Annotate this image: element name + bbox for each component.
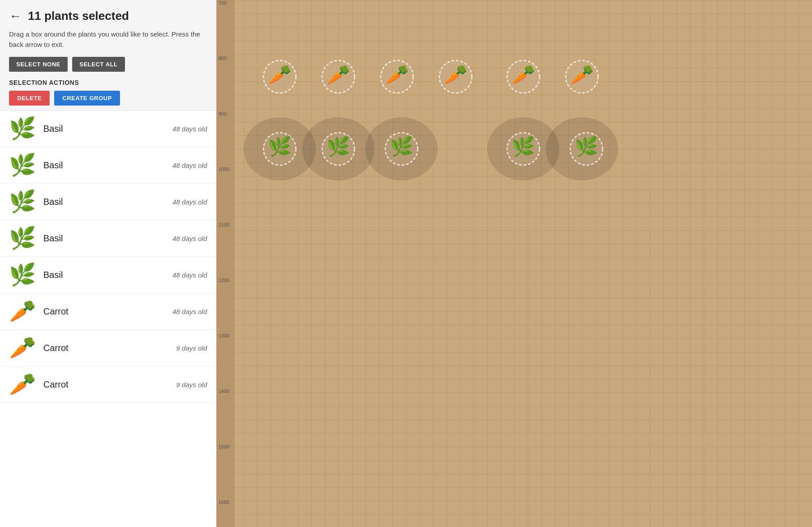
select-buttons-group: SELECT NONE SELECT ALL [9, 57, 207, 72]
plant-name: Carrot [43, 343, 169, 353]
select-all-button[interactable]: SELECT ALL [72, 57, 125, 72]
plant-name: Basil [43, 197, 165, 207]
ruler-left: 7008009001000110012001300140015001600 [217, 0, 235, 527]
svg-text:🌿: 🌿 [327, 135, 351, 158]
svg-text:🥕: 🥕 [444, 64, 468, 86]
plant-name: Basil [43, 270, 165, 280]
carrot-icon-3: 🥕 [385, 64, 409, 86]
plant-list-item[interactable]: 🌿Basil48 days old [0, 111, 216, 147]
svg-text:🥕: 🥕 [570, 64, 594, 86]
plant-age: 48 days old [172, 271, 207, 279]
plant-name: Basil [43, 124, 165, 134]
carrot-icon-4: 🥕 [444, 64, 468, 86]
carrot-icon-5: 🥕 [512, 64, 535, 86]
plant-name: Basil [43, 160, 165, 171]
plant-list-item[interactable]: 🌿Basil48 days old [0, 184, 216, 220]
plant-age: 48 days old [172, 198, 207, 206]
delete-button[interactable]: DELETE [9, 91, 50, 106]
page-title: 11 plants selected [28, 9, 129, 23]
left-panel: ← 11 plants selected Drag a box around t… [0, 0, 217, 527]
basil-icon: 🌿 [9, 188, 36, 215]
basil-icon-2: 🌿 [327, 135, 351, 158]
plant-list-item[interactable]: 🌿Basil48 days old [0, 257, 216, 293]
plant-age: 48 days old [172, 162, 207, 169]
basil-icon: 🌿 [9, 261, 36, 288]
svg-text:🌿: 🌿 [575, 135, 599, 158]
basil-icon: 🌿 [9, 225, 36, 252]
svg-text:🥕: 🥕 [268, 64, 292, 86]
ruler-mark: 1100 [218, 222, 229, 227]
ruler-mark: 1600 [218, 499, 229, 505]
svg-text:🌿: 🌿 [268, 135, 292, 158]
svg-text:🥕: 🥕 [327, 64, 351, 86]
ruler-mark: 800 [218, 55, 226, 61]
header-area: ← 11 plants selected Drag a box around t… [0, 0, 216, 110]
garden-svg: 🥕 🥕 🥕 🥕 🥕 🥕 🌿 [235, 0, 812, 527]
basil-icon-3: 🌿 [390, 135, 414, 158]
plant-name: Basil [43, 233, 165, 244]
basil-icon-1: 🌿 [268, 135, 292, 158]
plant-name: Carrot [43, 306, 165, 317]
garden-area: 7008009001000110012001300140015001600 🥕 … [217, 0, 812, 527]
carrot-icon-2: 🥕 [327, 64, 351, 86]
plant-list-item[interactable]: 🥕Carrot9 days old [0, 366, 216, 403]
carrot-icon: 🥕 [9, 371, 36, 398]
plant-name: Carrot [43, 379, 169, 390]
ruler-mark: 1000 [218, 166, 229, 172]
ruler-mark: 1400 [218, 388, 229, 394]
basil-icon: 🌿 [9, 152, 36, 179]
create-group-button[interactable]: CREATE GROUP [54, 91, 120, 106]
back-arrow-icon[interactable]: ← [9, 10, 22, 23]
basil-icon-4: 🌿 [512, 135, 535, 158]
plant-list: 🌿Basil48 days old🌿Basil48 days old🌿Basil… [0, 110, 216, 527]
carrot-icon: 🥕 [9, 298, 36, 325]
plant-age: 9 days old [176, 344, 207, 352]
ruler-mark: 1300 [218, 333, 229, 338]
plant-age: 48 days old [172, 235, 207, 242]
plant-list-item[interactable]: 🌿Basil48 days old [0, 147, 216, 184]
plant-age: 48 days old [172, 308, 207, 315]
selection-actions-label: SELECTION ACTIONS [9, 79, 207, 86]
plant-list-item[interactable]: 🥕Carrot9 days old [0, 330, 216, 366]
carrot-icon-1: 🥕 [268, 64, 292, 86]
plant-age: 9 days old [176, 381, 207, 388]
ruler-mark: 700 [218, 0, 226, 5]
plant-list-item[interactable]: 🥕Carrot48 days old [0, 293, 216, 330]
subtitle: Drag a box around the plants you would l… [9, 29, 207, 50]
plant-age: 48 days old [172, 125, 207, 133]
ruler-mark: 1500 [218, 444, 229, 449]
svg-text:🌿: 🌿 [390, 135, 414, 158]
basil-icon: 🌿 [9, 115, 36, 142]
select-none-button[interactable]: SELECT NONE [9, 57, 68, 72]
ruler-mark: 1200 [218, 277, 229, 283]
carrot-icon-6: 🥕 [570, 64, 594, 86]
action-buttons-group: DELETE CREATE GROUP [9, 91, 207, 106]
plant-list-item[interactable]: 🌿Basil48 days old [0, 220, 216, 257]
svg-text:🥕: 🥕 [512, 64, 535, 86]
basil-icon-5: 🌿 [575, 135, 599, 158]
ruler-mark: 900 [218, 111, 226, 116]
svg-text:🌿: 🌿 [512, 135, 535, 158]
svg-text:🥕: 🥕 [385, 64, 409, 86]
carrot-icon: 🥕 [9, 334, 36, 361]
title-row: ← 11 plants selected [9, 9, 207, 23]
